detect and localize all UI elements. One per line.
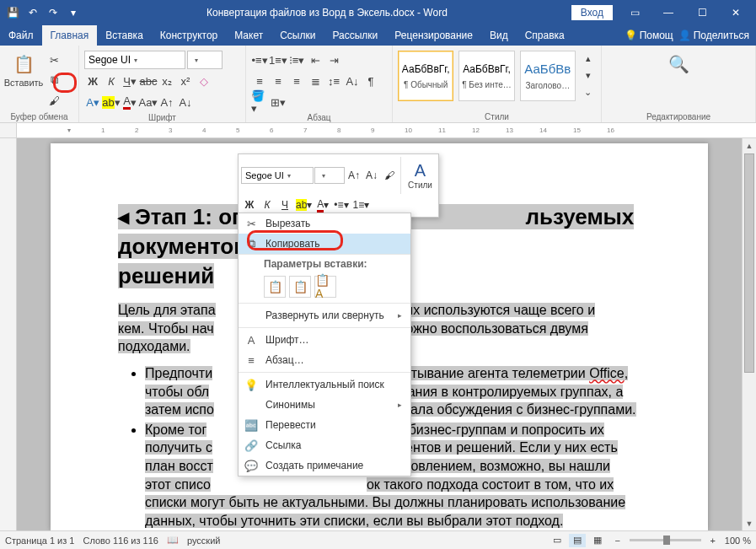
cut-button[interactable]: ✂ xyxy=(46,51,62,69)
bullets-button[interactable]: •≡▾ xyxy=(251,51,268,69)
format-painter-button[interactable]: 🖌 xyxy=(46,91,62,110)
view-web-icon[interactable]: ▦ xyxy=(589,534,606,547)
ctx-synonyms[interactable]: Синонимы▸ xyxy=(239,395,410,415)
font-color-button[interactable]: A▾ xyxy=(121,93,138,111)
paste-merge-icon[interactable]: 📋 xyxy=(289,276,311,298)
mini-numbering[interactable]: 1≡▾ xyxy=(351,196,372,214)
qat-customize-icon[interactable]: ▾ xyxy=(64,3,83,22)
zoom-slider[interactable] xyxy=(630,539,701,541)
status-words[interactable]: Слово 116 из 116 xyxy=(83,536,158,546)
bold-button[interactable]: Ж xyxy=(84,72,101,90)
paste-keep-source-icon[interactable]: 📋 xyxy=(264,276,286,298)
show-marks-button[interactable]: ¶ xyxy=(362,72,379,90)
numbering-button[interactable]: 1≡▾ xyxy=(270,51,287,69)
style-heading1[interactable]: АаБбВв Заголово… xyxy=(520,51,576,101)
strike-button[interactable]: abc xyxy=(140,72,157,90)
zoom-in-icon[interactable]: + xyxy=(705,534,721,547)
borders-button[interactable]: ⊞▾ xyxy=(270,93,287,111)
tab-mailings[interactable]: Рассылки xyxy=(324,25,386,46)
minimize-icon[interactable]: — xyxy=(651,0,685,25)
save-icon[interactable]: 💾 xyxy=(3,3,22,22)
scroll-thumb[interactable] xyxy=(744,153,754,373)
maximize-icon[interactable]: ☐ xyxy=(685,0,719,25)
ribbon-options-icon[interactable]: ▭ xyxy=(618,0,651,25)
mini-font-combo[interactable]: Segoe UI▾ xyxy=(241,167,314,184)
ctx-smart-lookup[interactable]: 💡Интеллектуальный поиск xyxy=(239,374,410,395)
ctx-copy[interactable]: ⧉Копировать xyxy=(239,234,410,254)
scroll-down-icon[interactable]: ▼ xyxy=(743,516,756,530)
line-spacing-button[interactable]: ↕≡ xyxy=(325,72,342,90)
ctx-font[interactable]: AШрифт… xyxy=(239,330,410,350)
ctx-translate[interactable]: 🔤Перевести xyxy=(239,415,410,435)
close-icon[interactable]: ✕ xyxy=(719,0,753,25)
horizontal-ruler[interactable]: ▾ 12 34 56 78 910 1112 1314 1516 xyxy=(17,123,756,137)
justify-button[interactable]: ≣ xyxy=(307,72,324,90)
tab-design[interactable]: Конструктор xyxy=(152,25,226,46)
underline-button[interactable]: Ч▾ xyxy=(121,72,138,90)
font-size-combo[interactable]: ▾ xyxy=(187,51,223,69)
tab-insert[interactable]: Вставка xyxy=(97,25,152,46)
scroll-up-icon[interactable]: ▲ xyxy=(743,138,756,153)
mini-highlight[interactable]: ab▾ xyxy=(294,196,314,214)
mini-format-painter[interactable]: 🖌 xyxy=(381,166,398,185)
tab-help[interactable]: Справка xyxy=(517,25,573,46)
increase-indent-button[interactable]: ⇥ xyxy=(325,51,342,69)
paste-button[interactable]: 📋 Вставить xyxy=(5,51,42,88)
mini-styles-button[interactable]: A Стили xyxy=(400,157,436,194)
highlight-button[interactable]: ab▾ xyxy=(103,93,120,111)
tab-references[interactable]: Ссылки xyxy=(271,25,324,46)
tell-me[interactable]: 💡 Помощ xyxy=(625,30,673,41)
zoom-level[interactable]: 100 % xyxy=(725,536,751,546)
align-center-button[interactable]: ≡ xyxy=(270,72,287,90)
subscript-button[interactable]: x₂ xyxy=(158,72,175,90)
ctx-expand-collapse[interactable]: Развернуть или свернуть▸ xyxy=(239,305,410,326)
find-button[interactable]: 🔍 xyxy=(665,51,692,78)
multilevel-button[interactable]: ⁝≡▾ xyxy=(288,51,305,69)
decrease-indent-button[interactable]: ⇤ xyxy=(307,51,324,69)
mini-underline[interactable]: Ч xyxy=(276,196,293,214)
copy-button[interactable]: ⧉ xyxy=(46,71,62,89)
status-language[interactable]: русский xyxy=(187,536,220,546)
ctx-paragraph[interactable]: ≡Абзац… xyxy=(239,350,410,370)
status-proofing-icon[interactable]: 📖 xyxy=(167,535,179,546)
ctx-new-comment[interactable]: 💬Создать примечание xyxy=(239,455,410,476)
grow-font-button[interactable]: A↑ xyxy=(158,93,175,111)
share-button[interactable]: 👤 Поделиться xyxy=(678,30,749,41)
style-no-spacing[interactable]: АаБбВвГг, ¶ Без инте… xyxy=(458,51,514,101)
tab-review[interactable]: Рецензирование xyxy=(386,25,481,46)
zoom-out-icon[interactable]: − xyxy=(609,534,626,547)
shading-button[interactable]: 🪣▾ xyxy=(251,93,268,111)
clear-format-button[interactable]: ◇ xyxy=(196,72,212,90)
redo-icon[interactable]: ↷ xyxy=(44,3,62,22)
sort-button[interactable]: A↓ xyxy=(344,72,361,90)
view-read-icon[interactable]: ▭ xyxy=(549,534,566,547)
tab-home[interactable]: Главная xyxy=(42,25,98,46)
change-case-button[interactable]: Aa▾ xyxy=(140,93,157,111)
italic-button[interactable]: К xyxy=(103,72,120,90)
paste-text-only-icon[interactable]: 📋A xyxy=(314,276,336,298)
mini-size-combo[interactable]: ▾ xyxy=(314,167,345,184)
font-family-combo[interactable]: Segoe UI▾ xyxy=(84,51,185,69)
mini-font-color[interactable]: A▾ xyxy=(314,196,331,214)
styles-up-icon[interactable]: ▴ xyxy=(581,51,596,66)
vertical-scrollbar[interactable]: ▲ ▼ xyxy=(742,138,756,530)
ctx-cut[interactable]: ✂Вырезать xyxy=(239,213,410,234)
mini-shrink-font[interactable]: A↓ xyxy=(363,166,380,185)
text-effects-button[interactable]: A▾ xyxy=(84,93,101,111)
mini-italic[interactable]: К xyxy=(259,196,276,214)
mini-bold[interactable]: Ж xyxy=(241,196,258,214)
align-left-button[interactable]: ≡ xyxy=(251,72,268,90)
styles-down-icon[interactable]: ▾ xyxy=(581,67,596,83)
tab-file[interactable]: Файл xyxy=(0,25,42,46)
sign-in-button[interactable]: Вход xyxy=(571,5,613,20)
tab-view[interactable]: Вид xyxy=(481,25,517,46)
view-print-icon[interactable]: ▤ xyxy=(569,534,586,547)
style-normal[interactable]: АаБбВвГг, ¶ Обычный xyxy=(398,51,453,101)
mini-grow-font[interactable]: A↑ xyxy=(346,166,362,185)
tab-layout[interactable]: Макет xyxy=(226,25,271,46)
undo-icon[interactable]: ↶ xyxy=(24,3,42,22)
vertical-ruler[interactable] xyxy=(0,138,17,530)
status-page[interactable]: Страница 1 из 1 xyxy=(5,536,74,546)
mini-bullets[interactable]: •≡▾ xyxy=(332,196,350,214)
shrink-font-button[interactable]: A↓ xyxy=(177,93,194,111)
